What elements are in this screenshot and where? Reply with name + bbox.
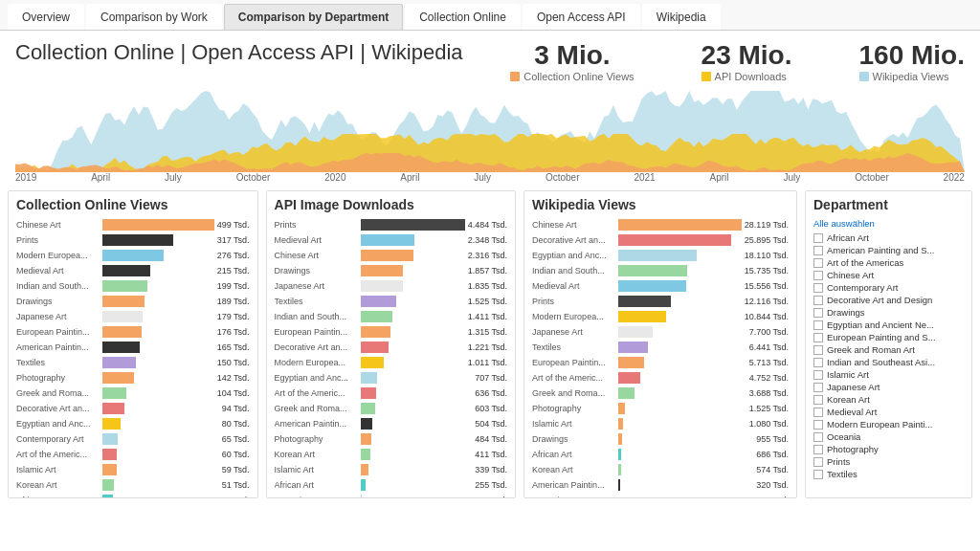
bar-row: Drawings1.857 Tsd. <box>275 264 508 277</box>
dept-item[interactable]: Textiles <box>813 469 964 479</box>
dept-checkbox[interactable] <box>813 395 823 405</box>
dept-checkbox[interactable] <box>813 345 823 355</box>
bar-value: 686 Tsd. <box>756 450 789 459</box>
nav-tab-comparison-by-department[interactable]: Comparison by Department <box>224 4 403 30</box>
dept-item[interactable]: European Painting and S... <box>813 332 964 342</box>
dept-checkbox[interactable] <box>813 420 823 430</box>
dept-item[interactable]: Japanese Art <box>813 382 964 392</box>
dept-checkbox[interactable] <box>813 258 823 268</box>
dept-item[interactable]: Egyptian and Ancient Ne... <box>813 320 964 330</box>
bar-value: 28.119 Tsd. <box>745 220 789 230</box>
bar-row: Japanese Art7.700 Tsd. <box>532 325 789 339</box>
bar-row: Modern Europea...276 Tsd. <box>16 249 250 262</box>
dept-item-label: Decorative Art and Design <box>827 295 932 305</box>
dept-item-label: Egyptian and Ancient Ne... <box>827 320 934 330</box>
bar-label: Art of the Americ... <box>275 388 361 398</box>
bar-label: Prints <box>532 297 618 306</box>
dept-checkbox[interactable] <box>813 432 823 442</box>
dept-item[interactable]: Photography <box>813 444 964 454</box>
dept-checkbox[interactable] <box>813 233 823 243</box>
bar-label: Decorative Art an... <box>532 235 618 245</box>
dept-checkbox[interactable] <box>813 333 823 342</box>
bar <box>618 326 653 338</box>
bar-label: Japanese Art <box>532 327 618 337</box>
dept-checkbox[interactable] <box>813 271 823 280</box>
dept-item[interactable]: Medieval Art <box>813 407 964 417</box>
bar-value: 60 Tsd. <box>222 450 250 459</box>
bar-container <box>618 311 742 322</box>
dept-checkbox[interactable] <box>813 370 823 380</box>
dept-item[interactable]: Oceania <box>813 431 964 442</box>
bar-value: 574 Tsd. <box>756 465 789 474</box>
bar-label: Art of the Americ... <box>16 450 102 459</box>
dept-item[interactable]: Modern European Painti... <box>813 419 964 430</box>
bar <box>361 449 371 460</box>
dept-item-label: Art of the Americas <box>827 257 903 268</box>
dept-item[interactable]: Drawings <box>813 307 964 318</box>
dept-checkbox[interactable] <box>813 246 823 255</box>
bar <box>361 495 362 498</box>
bar-container <box>361 265 465 276</box>
dept-checkbox[interactable] <box>813 283 823 293</box>
dept-item[interactable]: Decorative Art and Design <box>813 295 964 305</box>
bar-label: Korean Art <box>275 450 361 459</box>
dept-item[interactable]: Indian and Southeast Asi... <box>813 357 964 367</box>
stats-row: 3 Mio. Collection Online Views 23 Mio. A… <box>472 40 965 82</box>
bar-label: Prints <box>275 220 361 230</box>
bar-row: Decorative Art an...94 Tsd. <box>16 402 250 415</box>
dept-checkbox[interactable] <box>813 457 823 467</box>
bar-row: Drawings955 Tsd. <box>532 432 789 446</box>
dept-checkbox[interactable] <box>813 308 823 318</box>
bar <box>102 372 134 384</box>
dept-checkbox[interactable] <box>813 470 823 479</box>
dept-item[interactable]: Korean Art <box>813 394 964 405</box>
xaxis-label: October <box>236 172 271 183</box>
bar-row: Japanese Art1.835 Tsd. <box>275 279 508 293</box>
xaxis-label: 2021 <box>634 172 655 183</box>
bar <box>102 403 124 414</box>
bar <box>102 418 121 430</box>
dept-item[interactable]: Art of the Americas <box>813 257 964 268</box>
nav-tab-open-access-api[interactable]: Open Access API <box>523 4 640 30</box>
bar-row: African Art686 Tsd. <box>532 448 789 461</box>
nav-tab-collection-online[interactable]: Collection Online <box>405 4 521 30</box>
bar-container <box>102 296 214 307</box>
bar-container <box>361 219 465 231</box>
bar-row: Greek and Roma...603 Tsd. <box>275 402 508 415</box>
bar <box>361 387 376 399</box>
bar-label: Modern Europea... <box>16 251 102 260</box>
xaxis-label: April <box>400 172 419 183</box>
bar-value: 1.857 Tsd. <box>468 266 507 276</box>
bar-row: Prints4.484 Tsd. <box>275 218 508 231</box>
bar-container <box>361 357 465 368</box>
dept-item[interactable]: Prints <box>813 456 964 467</box>
bar-container <box>618 449 753 460</box>
nav-tab-wikipedia[interactable]: Wikipedia <box>642 4 721 30</box>
bar-label: Egyptian and Anc... <box>16 419 102 429</box>
dept-checkbox[interactable] <box>813 296 823 305</box>
dept-item[interactable]: Islamic Art <box>813 369 964 380</box>
dept-item[interactable]: Contemporary Art <box>813 282 964 293</box>
bar-row: Photography1.525 Tsd. <box>532 402 789 415</box>
dept-checkbox[interactable] <box>813 383 823 392</box>
bar-value: 18.110 Tsd. <box>745 251 789 260</box>
dept-item[interactable]: American Painting and S... <box>813 245 964 255</box>
dept-checkbox[interactable] <box>813 320 823 330</box>
bar-container <box>361 387 473 399</box>
dept-item-label: Prints <box>827 456 850 467</box>
bar-value: 4.484 Tsd. <box>468 220 507 230</box>
dept-checkbox[interactable] <box>813 358 823 367</box>
bar <box>102 387 126 399</box>
dept-select-all[interactable]: Alle auswählen <box>813 218 964 229</box>
dept-checkbox[interactable] <box>813 408 823 417</box>
dept-item[interactable]: African Art <box>813 232 964 243</box>
nav-tab-comparison-by-work[interactable]: Comparison by Work <box>86 4 222 30</box>
nav-tab-overview[interactable]: Overview <box>8 4 84 30</box>
bar <box>618 403 625 414</box>
dept-checkbox[interactable] <box>813 445 823 454</box>
bar-row: Indian and South...15.735 Tsd. <box>532 264 789 277</box>
dept-item[interactable]: Greek and Roman Art <box>813 344 964 355</box>
dept-item[interactable]: Chinese Art <box>813 270 964 280</box>
bar <box>618 387 635 399</box>
bar-label: Oceania <box>532 496 618 498</box>
